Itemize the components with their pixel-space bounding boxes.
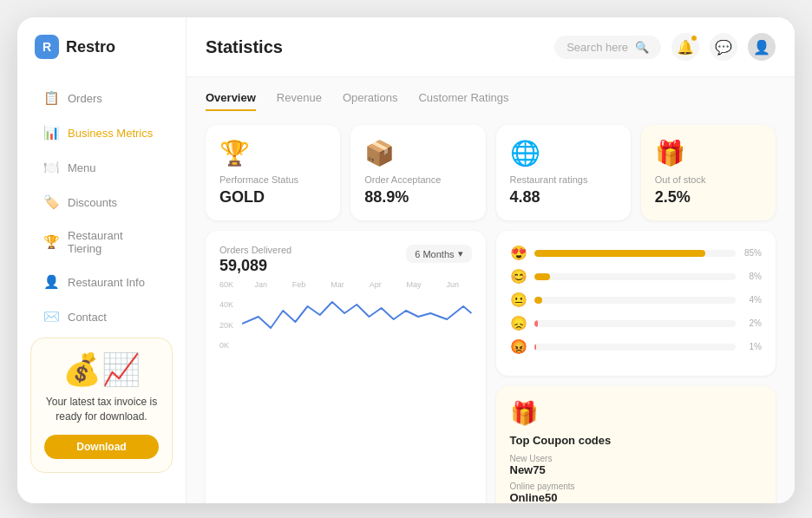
chart-svg-area — [242, 280, 472, 350]
order-acceptance-label: Order Acceptance — [364, 174, 471, 185]
rating-pct-4: 2% — [743, 318, 762, 328]
sidebar-item-restaurant-tiering[interactable]: 🏆 Restaurant Tiering — [26, 220, 177, 264]
out-of-stock-value: 2.5% — [655, 188, 762, 207]
rating-row-2: 😊 8% — [510, 268, 763, 285]
coupon-item-1: New Users New75 — [510, 454, 763, 476]
sidebar-promo: 💰📈 Your latest tax invoice is ready for … — [30, 338, 173, 473]
restaurant-ratings-icon: 🌐 — [510, 139, 617, 167]
tiering-icon: 🏆 — [43, 234, 59, 250]
rating-bars-card: 😍 85% 😊 8% 😐 4% — [496, 231, 776, 376]
rating-pct-3: 4% — [743, 295, 762, 305]
out-of-stock-label: Out of stock — [655, 174, 762, 185]
sidebar: R Restro 📋 Orders 📊 Business Metrics 🍽️ … — [17, 17, 187, 503]
menu-icon: 🍽️ — [43, 160, 59, 175]
sidebar-nav: 📋 Orders 📊 Business Metrics 🍽️ Menu 🏷️ D… — [17, 80, 186, 335]
search-icon: 🔍 — [635, 41, 649, 54]
restaurant-ratings-value: 4.88 — [510, 188, 617, 207]
sidebar-item-menu[interactable]: 🍽️ Menu — [26, 151, 177, 184]
performance-value: GOLD — [219, 188, 326, 207]
logo-text: Restro — [66, 38, 115, 56]
orders-line-chart: 60K40K20K0K JanFebMarAprMayJun — [219, 280, 472, 367]
emoji-2: 😊 — [510, 268, 527, 285]
logo-icon: R — [35, 35, 59, 59]
topbar-right: Search here 🔍 🔔 💬 👤 — [554, 33, 776, 61]
main-content: Statistics Search here 🔍 🔔 💬 👤 Overview … — [187, 17, 795, 503]
y-axis: 60K40K20K0K — [219, 280, 233, 350]
orders-delivered-value: 59,089 — [219, 257, 291, 275]
search-bar[interactable]: Search here 🔍 — [554, 36, 661, 59]
orders-icon: 📋 — [43, 90, 59, 106]
business-metrics-icon: 📊 — [43, 125, 59, 141]
middle-row: Orders Delivered 59,089 6 Months ▾ 60K40… — [206, 231, 776, 503]
sidebar-item-orders[interactable]: 📋 Orders — [26, 82, 177, 115]
coupon-card: 🎁 Top Coupon codes New Users New75 Onlin… — [496, 386, 776, 503]
contact-icon: ✉️ — [43, 309, 59, 325]
coupon-icon: 🎁 — [510, 400, 763, 427]
promo-text: Your latest tax invoice is ready for dow… — [44, 395, 159, 424]
stat-card-restaurant-ratings: 🌐 Restaurant ratings 4.88 — [496, 125, 631, 220]
discounts-icon: 🏷️ — [43, 194, 59, 210]
sidebar-item-discounts[interactable]: 🏷️ Discounts — [26, 186, 177, 219]
orders-delivered-header: Orders Delivered 59,089 6 Months ▾ — [219, 245, 472, 275]
rating-row-1: 😍 85% — [510, 245, 763, 261]
topbar: Statistics Search here 🔍 🔔 💬 👤 — [187, 17, 795, 77]
restaurant-info-icon: 👤 — [43, 274, 59, 290]
tab-revenue[interactable]: Revenue — [277, 91, 322, 111]
rating-row-5: 😡 1% — [510, 338, 763, 355]
sidebar-item-contact[interactable]: ✉️ Contact — [26, 300, 177, 333]
content-area: Overview Revenue Operations Customer Rat… — [187, 77, 795, 503]
rating-row-3: 😐 4% — [510, 292, 763, 308]
orders-delivered-card: Orders Delivered 59,089 6 Months ▾ 60K40… — [206, 231, 486, 503]
promo-illustration: 💰📈 — [44, 351, 159, 388]
stats-grid: 🏆 Performace Status GOLD 📦 Order Accepta… — [206, 125, 776, 220]
sidebar-item-business-metrics[interactable]: 📊 Business Metrics — [26, 116, 177, 149]
tabs: Overview Revenue Operations Customer Rat… — [206, 91, 776, 111]
order-acceptance-icon: 📦 — [364, 139, 471, 167]
tab-customer-ratings[interactable]: Customer Ratings — [418, 91, 508, 111]
restaurant-ratings-label: Restaurant ratings — [510, 174, 617, 185]
coupon-title: Top Coupon codes — [510, 434, 763, 447]
stat-card-order-acceptance: 📦 Order Acceptance 88.9% — [350, 125, 485, 220]
notification-badge — [691, 35, 697, 42]
sidebar-item-restaurant-info[interactable]: 👤 Restaurant Info — [26, 266, 177, 298]
out-of-stock-icon: 🎁 — [655, 139, 762, 167]
tab-operations[interactable]: Operations — [343, 91, 398, 111]
orders-period-select[interactable]: 6 Months ▾ — [406, 245, 471, 263]
rating-row-4: 😞 2% — [510, 315, 763, 331]
tab-overview[interactable]: Overview — [206, 91, 256, 111]
performance-label: Performace Status — [219, 174, 326, 185]
logo: R Restro — [17, 35, 186, 80]
orders-delivered-title: Orders Delivered — [219, 245, 291, 255]
order-acceptance-value: 88.9% — [364, 188, 471, 207]
coupon-item-2: Online payments Online50 — [510, 482, 763, 503]
page-title: Statistics — [206, 37, 283, 57]
emoji-4: 😞 — [510, 315, 527, 331]
emoji-5: 😡 — [510, 338, 527, 355]
download-button[interactable]: Download — [44, 435, 159, 459]
gold-status-icon: 🏆 — [219, 139, 326, 167]
rating-pct-1: 85% — [743, 248, 762, 258]
emoji-3: 😐 — [510, 292, 527, 308]
rating-pct-5: 1% — [743, 342, 762, 351]
stat-card-out-of-stock: 🎁 Out of stock 2.5% — [641, 125, 776, 220]
notifications-button[interactable]: 🔔 — [671, 33, 699, 61]
avatar[interactable]: 👤 — [748, 33, 776, 61]
stat-card-performance: 🏆 Performace Status GOLD — [206, 125, 340, 220]
emoji-1: 😍 — [510, 245, 527, 261]
search-placeholder: Search here — [566, 41, 628, 54]
rating-pct-2: 8% — [743, 272, 762, 281]
messages-button[interactable]: 💬 — [710, 33, 737, 61]
